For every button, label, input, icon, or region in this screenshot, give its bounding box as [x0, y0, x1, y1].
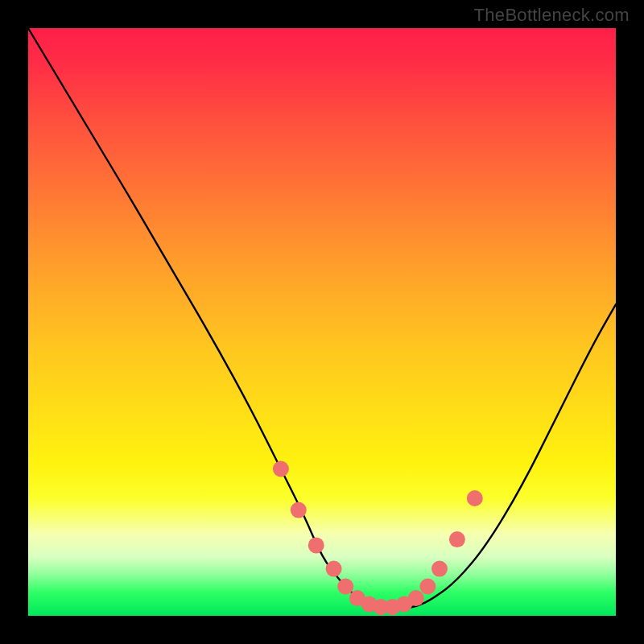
- curve-marker: [408, 590, 424, 606]
- curve-marker: [467, 490, 483, 506]
- curve-marker: [291, 502, 307, 518]
- curve-marker: [337, 579, 353, 595]
- curve-marker: [431, 561, 448, 577]
- curve-marker: [419, 579, 436, 595]
- curve-path: [28, 28, 616, 609]
- curve-marker: [308, 537, 324, 553]
- marker-group: [273, 461, 483, 616]
- curve-marker: [449, 531, 465, 547]
- curve-marker: [326, 561, 342, 577]
- chart-svg: [28, 28, 616, 616]
- chart-frame: TheBottleneck.com: [0, 0, 644, 644]
- plot-area: [28, 28, 616, 616]
- watermark-text: TheBottleneck.com: [474, 5, 630, 26]
- curve-marker: [273, 461, 289, 477]
